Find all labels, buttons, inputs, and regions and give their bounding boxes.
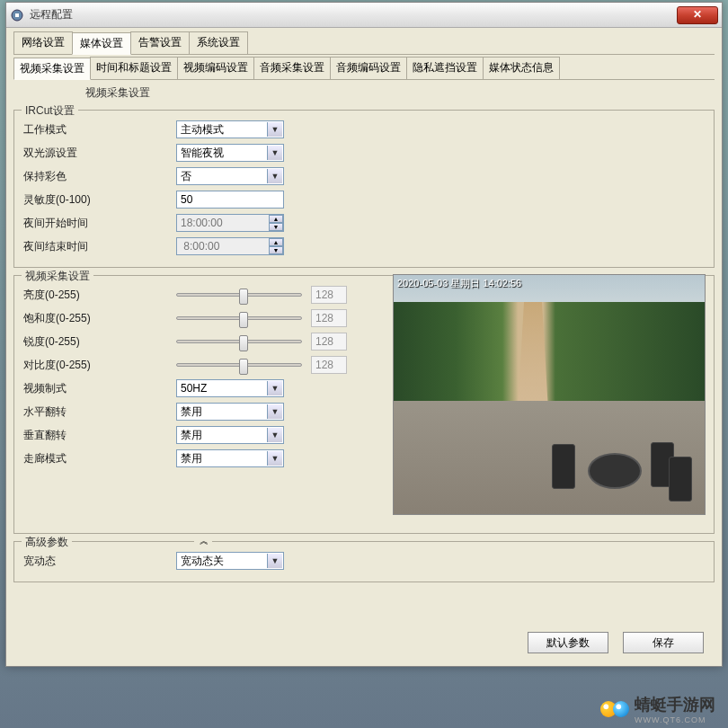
sharpness-label: 锐度(0-255): [23, 334, 176, 350]
brightness-slider[interactable]: [176, 293, 302, 297]
tab-alarm[interactable]: 告警设置: [130, 31, 190, 54]
work-mode-select[interactable]: [176, 120, 284, 138]
standard-label: 视频制式: [23, 381, 176, 396]
footer-buttons: 默认参数 保存: [528, 632, 704, 653]
capture-group-title: 视频采集设置: [22, 269, 93, 284]
vflip-select[interactable]: [176, 426, 284, 444]
contrast-value: [311, 356, 347, 374]
night-start-input[interactable]: [176, 214, 284, 232]
titlebar: 远程配置 ✕: [6, 3, 722, 28]
sub-tabs: 视频采集设置 时间和标题设置 视频编码设置 音频采集设置 音频编码设置 隐私遮挡…: [13, 57, 715, 80]
night-end-input[interactable]: [176, 237, 284, 255]
subtab-media-status[interactable]: 媒体状态信息: [483, 57, 560, 79]
video-preview: 2020-05-03 星期日 14:02:56: [393, 274, 706, 515]
subtab-audio-encode[interactable]: 音频编码设置: [330, 57, 407, 79]
tab-media[interactable]: 媒体设置: [72, 32, 131, 55]
wdr-select[interactable]: [176, 552, 284, 570]
subtab-audio-capture[interactable]: 音频采集设置: [253, 57, 331, 79]
sensitivity-label: 灵敏度(0-100): [23, 192, 176, 208]
preview-osd-text: 2020-05-03 星期日 14:02:56: [397, 277, 521, 290]
svg-rect-1: [15, 13, 19, 17]
page-subtitle: 视频采集设置: [13, 80, 715, 106]
collapse-toggle-icon[interactable]: ︽: [194, 535, 212, 547]
tab-network[interactable]: 网络设置: [13, 31, 73, 54]
contrast-slider[interactable]: [176, 363, 302, 367]
night-end-label: 夜间结束时间: [23, 239, 176, 254]
window-title: 远程配置: [30, 7, 677, 22]
contrast-label: 对比度(0-255): [23, 358, 176, 373]
advanced-group-title: 高级参数: [22, 535, 72, 550]
hflip-label: 水平翻转: [23, 404, 176, 420]
subtab-video-capture[interactable]: 视频采集设置: [13, 58, 91, 80]
watermark: 蜻蜓手游网 WWW.QT6.COM: [600, 694, 715, 724]
config-window: 远程配置 ✕ 网络设置 媒体设置 告警设置 系统设置 视频采集设置 时间和标题设…: [5, 2, 723, 667]
ircut-group: IRCut设置 工作模式 双光源设置 保持彩色 灵敏度(0-100) 夜间开始时…: [13, 110, 715, 268]
subtab-privacy-mask[interactable]: 隐私遮挡设置: [406, 57, 484, 79]
hflip-select[interactable]: [176, 403, 284, 421]
wdr-label: 宽动态: [23, 554, 176, 569]
subtab-video-encode[interactable]: 视频编码设置: [177, 57, 254, 79]
watermark-logo-icon: [600, 701, 629, 717]
sharpness-slider[interactable]: [176, 340, 302, 343]
corridor-label: 走廊模式: [23, 451, 176, 466]
ircut-group-title: IRCut设置: [22, 103, 78, 119]
main-tabs: 网络设置 媒体设置 告警设置 系统设置: [13, 31, 715, 55]
work-mode-label: 工作模式: [23, 122, 176, 138]
subtab-time-title[interactable]: 时间和标题设置: [90, 57, 178, 79]
spinner-icon[interactable]: ▲▼: [269, 215, 283, 231]
saturation-slider[interactable]: [176, 316, 302, 320]
watermark-sub: WWW.QT6.COM: [635, 715, 715, 724]
night-start-label: 夜间开始时间: [23, 216, 176, 231]
dual-light-select[interactable]: [176, 144, 284, 162]
keep-color-label: 保持彩色: [23, 169, 176, 184]
close-button[interactable]: ✕: [677, 6, 718, 24]
corridor-select[interactable]: [176, 449, 284, 467]
vflip-label: 垂直翻转: [23, 428, 176, 443]
sharpness-value: [311, 333, 347, 351]
app-icon: [10, 8, 24, 22]
saturation-label: 饱和度(0-255): [23, 311, 176, 326]
dual-light-label: 双光源设置: [23, 146, 176, 161]
standard-select[interactable]: [176, 379, 284, 397]
spinner-icon[interactable]: ▲▼: [269, 238, 283, 254]
brightness-value: [311, 286, 347, 304]
save-button[interactable]: 保存: [623, 632, 704, 653]
brightness-label: 亮度(0-255): [23, 288, 176, 303]
watermark-text: 蜻蜓手游网: [635, 694, 715, 715]
defaults-button[interactable]: 默认参数: [528, 632, 608, 653]
saturation-value: [311, 309, 347, 327]
tab-system[interactable]: 系统设置: [189, 31, 248, 54]
advanced-group: 高级参数 ︽ 宽动态: [13, 541, 715, 582]
sensitivity-input[interactable]: [176, 191, 284, 209]
keep-color-select[interactable]: [176, 167, 284, 185]
